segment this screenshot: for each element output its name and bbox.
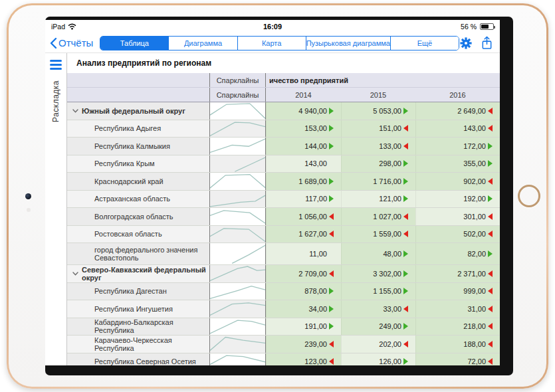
table-row[interactable]: Южный федеральный округ4 940,005 053,002… <box>67 102 500 120</box>
sparkline-cell[interactable] <box>209 243 266 264</box>
region-cell[interactable]: Республика Крым <box>67 155 209 173</box>
header-year-2016[interactable]: 2016 <box>415 88 500 102</box>
value-cell-2014[interactable]: 239,00 <box>266 336 341 353</box>
value-cell-2016[interactable]: 999,00 <box>415 283 500 300</box>
table-row[interactable]: Республика Крым143,00298,00355,00 <box>67 155 500 173</box>
header-year-2015[interactable]: 2015 <box>341 88 415 102</box>
header-year-2014[interactable]: 2014 <box>266 88 341 102</box>
value-cell-2014[interactable]: 878,00 <box>266 283 341 300</box>
value-cell-2015[interactable]: 5 053,00 <box>341 102 415 120</box>
tab-chart[interactable]: Диаграмма <box>169 37 237 50</box>
region-cell[interactable]: Кабардино-Балкарская Республика <box>67 318 209 336</box>
value-cell-2015[interactable]: 126,00 <box>341 353 415 366</box>
value-cell-2015[interactable]: 298,00 <box>341 155 415 173</box>
sparkline-cell[interactable] <box>209 208 266 225</box>
sparkline-cell[interactable] <box>209 138 266 155</box>
tab-more[interactable]: Ещё <box>391 37 459 50</box>
value-cell-2014[interactable]: 4 940,00 <box>266 102 341 120</box>
value-cell-2016[interactable]: 218,00 <box>415 318 500 336</box>
share-icon[interactable] <box>481 36 493 50</box>
settings-gear-icon[interactable] <box>459 37 473 50</box>
sparkline-cell[interactable] <box>209 283 266 300</box>
value-cell-2014[interactable]: 123,00 <box>266 353 341 366</box>
table-row[interactable]: Астраханская область117,00121,00192,00 <box>67 191 500 209</box>
sparkline-cell[interactable] <box>209 155 266 173</box>
sparkline-cell[interactable] <box>209 120 266 138</box>
value-cell-2015[interactable]: 133,00 <box>341 138 415 155</box>
value-cell-2015[interactable]: 3 302,00 <box>341 265 415 282</box>
value-cell-2015[interactable]: 249,00 <box>341 318 415 336</box>
value-cell-2016[interactable]: 192,00 <box>415 191 500 208</box>
tab-bubble-chart[interactable]: Пузырьковая диаграмма <box>306 37 391 50</box>
region-cell[interactable]: Краснодарский край <box>67 173 209 190</box>
value-cell-2014[interactable]: 2 709,00 <box>266 265 341 282</box>
value-cell-2016[interactable]: 31,00 <box>415 300 500 318</box>
value-cell-2015[interactable]: 151,00 <box>341 120 415 138</box>
value-cell-2015[interactable]: 1 559,00 <box>341 226 415 243</box>
table-row[interactable]: Республика Адыгея153,00151,00143,00 <box>67 120 500 138</box>
table-row[interactable]: Республика Калмыкия144,00133,00172,00 <box>67 138 500 155</box>
value-cell-2014[interactable]: 144,00 <box>266 138 341 155</box>
value-cell-2015[interactable]: 1 155,00 <box>341 283 415 300</box>
sparkline-cell[interactable] <box>209 265 266 282</box>
value-cell-2015[interactable]: 48,00 <box>341 243 415 264</box>
table-row[interactable]: Республика Дагестан878,001 155,00999,00 <box>67 283 500 301</box>
tab-map[interactable]: Карта <box>238 37 306 50</box>
value-cell-2014[interactable]: 1 689,00 <box>266 173 341 190</box>
value-cell-2014[interactable]: 153,00 <box>266 120 341 138</box>
value-cell-2016[interactable]: 301,00 <box>415 208 500 225</box>
value-cell-2016[interactable]: 355,00 <box>415 155 500 173</box>
sparkline-cell[interactable] <box>209 318 266 336</box>
value-cell-2016[interactable]: 172,00 <box>415 138 500 155</box>
sparkline-cell[interactable] <box>209 173 266 190</box>
table-row[interactable]: Кабардино-Балкарская Республика191,00249… <box>67 318 500 336</box>
sparkline-cell[interactable] <box>209 353 266 366</box>
value-cell-2016[interactable]: 2 371,00 <box>415 265 500 282</box>
value-cell-2016[interactable]: 188,00 <box>415 336 500 353</box>
header-sparklines-cell[interactable]: Спарклайны <box>209 73 266 87</box>
value-cell-2014[interactable]: 143,00 <box>266 155 341 173</box>
value-cell-2016[interactable]: 502,00 <box>415 226 500 243</box>
value-cell-2016[interactable]: 2 649,00 <box>415 102 500 120</box>
value-cell-2014[interactable]: 117,00 <box>266 191 341 208</box>
sparkline-cell[interactable] <box>209 226 266 243</box>
value-cell-2014[interactable]: 191,00 <box>266 318 341 336</box>
region-cell[interactable]: Астраханская область <box>67 191 209 208</box>
hamburger-menu-icon[interactable] <box>49 58 63 71</box>
table-row[interactable]: Волгоградская область1 056,001 027,00301… <box>67 208 500 226</box>
tab-table[interactable]: Таблица <box>100 37 169 50</box>
sparkline-cell[interactable] <box>209 102 266 120</box>
value-cell-2015[interactable]: 1 027,00 <box>341 208 415 225</box>
value-cell-2014[interactable]: 1 056,00 <box>266 208 341 225</box>
value-cell-2015[interactable]: 202,00 <box>341 336 415 353</box>
table-row[interactable]: Краснодарский край1 689,001 716,00902,00 <box>67 173 500 191</box>
chevron-down-icon[interactable] <box>72 109 78 113</box>
back-button[interactable]: Отчёты <box>50 37 93 49</box>
sparkline-cell[interactable] <box>209 191 266 208</box>
home-button[interactable] <box>518 185 540 207</box>
header-sparklines-cell-2[interactable]: Спарклайны <box>209 88 266 102</box>
region-cell[interactable]: Республика Ингушетия <box>67 300 209 318</box>
region-cell[interactable]: Северо-Кавказский федеральный округ <box>67 265 209 282</box>
table-row[interactable]: Ростовская область1 627,001 559,00502,00 <box>67 226 500 244</box>
region-cell[interactable]: город федерального значения Севастополь <box>67 243 209 264</box>
value-cell-2015[interactable]: 33,00 <box>341 300 415 318</box>
value-cell-2015[interactable]: 1 716,00 <box>341 173 415 190</box>
region-cell[interactable]: Республика Дагестан <box>67 283 209 300</box>
value-cell-2016[interactable]: 72,00 <box>415 353 500 366</box>
table-row[interactable]: город федерального значения Севастополь1… <box>67 243 500 265</box>
region-cell[interactable]: Карачаево-Черкесская Республика <box>67 336 209 353</box>
value-cell-2016[interactable]: 143,00 <box>415 120 500 138</box>
table-row[interactable]: Республика Северная Осетия123,00126,0072… <box>67 353 500 366</box>
table-row[interactable]: Карачаево-Черкесская Республика239,00202… <box>67 336 500 353</box>
value-cell-2014[interactable]: 11,00 <box>266 243 341 264</box>
region-cell[interactable]: Волгоградская область <box>67 208 209 225</box>
region-cell[interactable]: Республика Северная Осетия <box>67 353 209 366</box>
value-cell-2014[interactable]: 1 627,00 <box>266 226 341 243</box>
table-row[interactable]: Республика Ингушетия34,0033,0031,00 <box>67 300 500 318</box>
chevron-down-icon[interactable] <box>72 272 78 276</box>
region-cell[interactable]: Южный федеральный округ <box>67 102 209 120</box>
region-cell[interactable]: Республика Калмыкия <box>67 138 209 155</box>
value-cell-2016[interactable]: 82,00 <box>415 243 500 264</box>
layout-tab-label[interactable]: Раскладка <box>51 80 60 122</box>
